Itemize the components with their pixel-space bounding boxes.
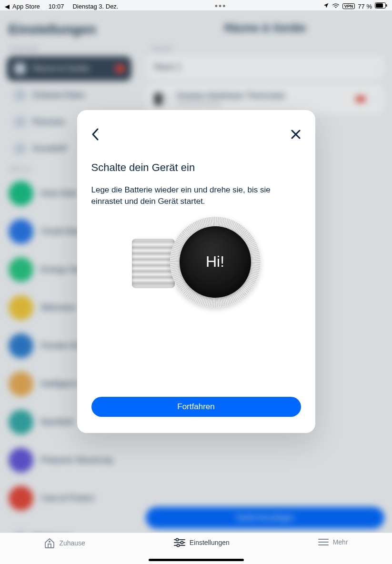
battery-icon <box>375 2 387 10</box>
wifi-icon <box>332 3 340 10</box>
svg-rect-1 <box>376 3 383 8</box>
modal-back-button[interactable] <box>91 128 99 141</box>
sliders-icon <box>173 538 186 547</box>
home-indicator[interactable] <box>149 559 244 561</box>
svg-rect-5 <box>48 544 51 548</box>
tab-label: Mehr <box>333 538 348 546</box>
continue-button[interactable]: Fortfahren <box>91 397 301 417</box>
device-illustration: Hi! <box>91 207 301 397</box>
tab-home[interactable]: Zuhause <box>44 538 85 548</box>
svg-point-8 <box>176 538 178 541</box>
house-icon <box>44 538 55 548</box>
status-time: 10:07 <box>49 3 64 10</box>
multitask-dots-icon[interactable]: ••• <box>215 1 227 11</box>
modal-title: Schalte dein Gerät ein <box>91 161 301 174</box>
setup-modal: Schalte dein Gerät ein Lege die Batterie… <box>77 110 315 433</box>
thermostat-dial-face: Hi! <box>180 226 251 298</box>
tab-settings[interactable]: Einstellungen <box>173 538 230 547</box>
back-to-app-icon[interactable]: ◀ <box>5 3 10 10</box>
modal-body: Lege die Batterie wieder ein und drehe s… <box>91 184 301 207</box>
vpn-badge: VPN <box>342 3 355 9</box>
tab-label: Einstellungen <box>190 539 230 546</box>
status-date: Dienstag 3. Dez. <box>72 3 118 10</box>
battery-cylinder-graphic <box>132 239 175 288</box>
thermostat-dial-ring: Hi! <box>170 217 261 307</box>
svg-point-10 <box>181 541 183 544</box>
menu-icon <box>318 538 329 546</box>
tab-label: Zuhause <box>59 539 85 547</box>
status-bar: ◀ App Store 10:07 Dienstag 3. Dez. ••• V… <box>0 0 392 10</box>
location-icon <box>323 2 329 10</box>
tab-more[interactable]: Mehr <box>318 538 348 546</box>
tab-bar: Zuhause Einstellungen Mehr <box>0 533 392 564</box>
back-to-app-label[interactable]: App Store <box>12 3 40 10</box>
svg-point-6 <box>49 541 50 542</box>
modal-overlay: Schalte dein Gerät ein Lege die Batterie… <box>0 10 392 533</box>
modal-close-button[interactable] <box>291 129 301 140</box>
svg-rect-2 <box>386 4 387 7</box>
battery-percent: 77 % <box>358 3 372 10</box>
dial-text: Hi! <box>206 253 224 271</box>
svg-point-12 <box>177 544 179 546</box>
